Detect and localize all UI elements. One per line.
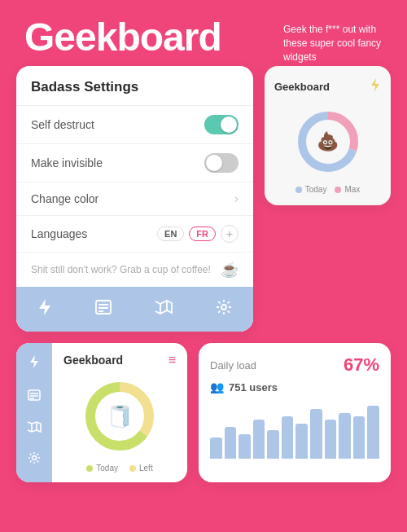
make-invisible-label: Make invisible [31,156,103,169]
nav-settings-icon[interactable] [208,296,240,323]
bar-item [210,437,222,459]
app-subtitle: Geek the f*** out with these super cool … [283,23,389,64]
dash-map-icon[interactable] [27,420,42,437]
dash-legend-today: Today [86,464,118,473]
bar-item [225,427,237,459]
languages-row: Languages EN FR + [16,215,253,252]
widget-card: Geekboard 💩 Today [265,66,391,205]
widget-bolt-icon [370,77,381,95]
bar-item [253,420,265,459]
daily-card: Daily load 67% 👥 751 users [199,343,391,482]
widget-legend-max: Max [335,185,360,194]
bar-item [295,424,308,459]
daily-percent: 67% [344,354,379,376]
daily-title: Daily load [210,359,256,372]
lang-add-button[interactable]: + [221,225,239,243]
users-count: 751 users [229,381,278,394]
dash-donut-icon: 🧻 [107,404,133,429]
chevron-right-icon: › [234,191,239,206]
widget-title: Geekboard [274,81,330,93]
bar-item [267,430,279,459]
svg-marker-8 [371,78,379,91]
bar-item [367,406,379,459]
dash-sidebar [16,343,52,482]
nav-bar [16,287,253,332]
change-color-label: Change color [31,192,98,205]
bar-item [310,409,322,459]
nav-map-icon[interactable] [147,297,181,322]
lang-fr-tag[interactable]: FR [189,226,216,241]
svg-point-19 [33,456,37,460]
nav-bolt-icon[interactable] [29,295,60,323]
bar-item [339,413,351,459]
make-invisible-row: Make invisible [16,143,253,182]
self-destruct-row: Self destruct [16,105,253,143]
settings-title: Badass Settings [31,79,239,95]
lang-en-tag[interactable]: EN [157,226,184,241]
self-destruct-label: Self destruct [31,118,94,131]
svg-marker-12 [30,355,38,368]
dash-settings-icon[interactable] [28,451,41,468]
svg-point-7 [221,305,226,310]
bar-item [239,434,251,459]
dash-menu-icon[interactable]: ≡ [168,353,176,367]
self-destruct-toggle[interactable] [204,115,239,134]
coffee-icon: ☕ [221,261,239,279]
dash-news-icon[interactable] [28,388,41,405]
change-color-row[interactable]: Change color › [16,182,253,215]
bar-chart [210,402,379,459]
svg-marker-0 [39,299,50,315]
coffee-row: Shit still don't work? Grab a cup of cof… [16,252,253,287]
dashboard-card: Geekboard ≡ 🧻 Toda [16,343,187,482]
users-icon: 👥 [210,380,224,394]
bar-item [282,416,294,459]
bar-item [353,416,365,459]
nav-news-icon[interactable] [87,297,120,322]
settings-card: Badass Settings Self destruct Make invis… [16,66,253,332]
bar-item [325,420,337,459]
make-invisible-toggle[interactable] [204,153,239,173]
dash-title: Geekboard [63,354,123,367]
widget-donut-icon: 💩 [317,131,339,152]
widget-legend-today: Today [295,185,327,194]
dash-legend-left: Left [129,464,153,473]
coffee-text: Shit still don't work? Grab a cup of cof… [31,264,211,275]
dash-bolt-icon[interactable] [28,354,40,373]
languages-label: Languages [31,227,87,240]
